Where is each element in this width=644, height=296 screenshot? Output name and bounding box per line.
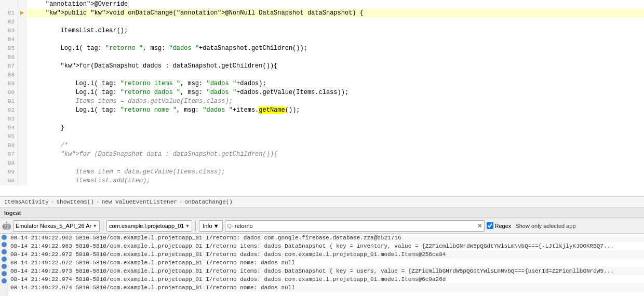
code-line: 87 "kw">for(DataSnapshot dados : dataSna… xyxy=(0,62,644,71)
line-number: 84 xyxy=(0,35,18,44)
log-line: 08-14 21:49:22.962 5810-5810/com.example… xyxy=(8,234,644,242)
line-number: 86 xyxy=(0,53,18,62)
line-number: 91 xyxy=(0,97,18,106)
line-number: 97 xyxy=(0,150,18,159)
clear-search-button[interactable]: × xyxy=(478,222,482,229)
log-line-text: 08-14 21:49:22.972 5810-5810/com.example… xyxy=(10,259,642,267)
code-line: 93 xyxy=(0,115,644,124)
line-content: "annotation">@Override xyxy=(26,0,644,9)
line-content: Items item = data.getValue(Items.class); xyxy=(26,168,644,177)
breadcrumb: ItemsActivity › showItems() › new ValueE… xyxy=(0,196,644,208)
line-indicator xyxy=(18,159,26,168)
regex-checkbox[interactable] xyxy=(487,222,493,229)
line-indicator xyxy=(18,132,26,141)
code-line: 92 Log.i( tag: "retorno nome ", msg: "da… xyxy=(0,106,644,115)
line-indicator xyxy=(18,124,26,132)
line-indicator xyxy=(18,35,26,44)
breadcrumb-item-1: ItemsActivity xyxy=(4,199,49,205)
line-number: 82 xyxy=(0,18,18,26)
line-indicator xyxy=(18,62,26,71)
code-line: "annotation">@Override xyxy=(0,0,644,9)
log-line-text: 08-14 21:49:22.974 5810-5810/com.example… xyxy=(10,275,642,284)
breadcrumb-item-2: showItems() xyxy=(56,199,94,205)
line-content: itemsList.clear(); xyxy=(26,26,644,35)
line-content: Log.i( tag: "retorno nome ", msg: "dados… xyxy=(26,106,644,115)
line-indicator xyxy=(18,141,26,150)
log-indicator-5 xyxy=(2,264,7,269)
line-content xyxy=(26,115,644,124)
code-line: 82 xyxy=(0,18,644,26)
code-line: 00 itemsList.add(item); xyxy=(0,177,644,185)
log-line: 08-14 21:49:22.974 5810-5810/com.example… xyxy=(8,275,644,284)
line-number: 98 xyxy=(0,159,18,168)
log-line: 08-14 21:49:22.974 5810-5810/com.example… xyxy=(8,284,644,292)
log-indicator-6 xyxy=(2,271,7,276)
line-content: "kw">for(DataSnapshot dados : dataSnapsh… xyxy=(26,62,644,71)
separator-2 xyxy=(195,221,196,231)
code-line: 89 Log.i( tag: "retorno items ", msg: "d… xyxy=(0,79,644,88)
breadcrumb-item-3: new ValueEventListener xyxy=(102,199,177,205)
logcat-output: 08-14 21:49:22.962 5810-5810/com.example… xyxy=(0,234,644,296)
code-line: 85 Log.i( tag: "retorno ", msg: "dados "… xyxy=(0,44,644,53)
line-number: 96 xyxy=(0,141,18,150)
logcat-panel: logcat 🤖 Emulator Nexus_5_API_26 Ar ▼ co… xyxy=(0,208,644,296)
line-indicator xyxy=(18,71,26,79)
breadcrumb-sep-2: › xyxy=(96,199,100,205)
line-indicator xyxy=(18,18,26,26)
line-content xyxy=(26,159,644,168)
code-line: 99 Items item = data.getValue(Items.clas… xyxy=(0,168,644,177)
line-indicator xyxy=(18,168,26,177)
code-line: 94 } xyxy=(0,124,644,132)
line-indicator xyxy=(18,106,26,115)
code-line: 91 Items items = dados.getValue(Items.cl… xyxy=(0,97,644,106)
line-content: } xyxy=(26,124,644,132)
line-indicator xyxy=(18,26,26,35)
line-content: Log.i( tag: "retorno ", msg: "dados "+da… xyxy=(26,44,644,53)
code-line: 98 xyxy=(0,159,644,168)
code-line: 81▶ "kw">public "kw">void onDataChange("… xyxy=(0,9,644,18)
log-line: 08-14 21:49:22.972 5810-5810/com.example… xyxy=(8,259,644,267)
breadcrumb-sep-1: › xyxy=(51,199,55,205)
line-content xyxy=(26,35,644,44)
log-level-selector[interactable]: Info ▼ xyxy=(199,220,222,232)
code-line: 95 xyxy=(0,132,644,141)
line-number: 93 xyxy=(0,115,18,124)
code-line: 96 /* xyxy=(0,141,644,150)
line-number: 00 xyxy=(0,177,18,185)
line-content xyxy=(26,71,644,79)
device-selector[interactable]: Emulator Nexus_5_API_26 Ar ▼ xyxy=(13,220,100,232)
line-content: Items items = dados.getValue(Items.class… xyxy=(26,97,644,106)
log-sidebar xyxy=(0,234,8,296)
package-selector[interactable]: com.example.l.projetoapp_01 ▼ xyxy=(106,220,192,232)
line-indicator: ▶ xyxy=(18,9,26,18)
line-content: "kw">public "kw">void onDataChange("anno… xyxy=(26,9,644,18)
log-line-text: 08-14 21:49:22.973 5810-5810/com.example… xyxy=(10,267,642,275)
breadcrumb-sep-3: › xyxy=(179,199,183,205)
level-dropdown-arrow: ▼ xyxy=(213,223,219,229)
search-icon: Q- xyxy=(227,223,234,229)
line-content: Log.i( tag: "retorno items ", msg: "dado… xyxy=(26,79,644,88)
code-line: 97 "kw">for (DataSnapshot data : dataSna… xyxy=(0,150,644,159)
log-line: 08-14 21:49:22.973 5810-5810/com.example… xyxy=(8,267,644,275)
line-content: /* xyxy=(26,141,644,150)
line-content: Log.i( tag: "retorno dados ", msg: "dado… xyxy=(26,88,644,97)
logcat-toolbar: 🤖 Emulator Nexus_5_API_26 Ar ▼ com.examp… xyxy=(0,218,644,234)
line-number: 81 xyxy=(0,9,18,18)
line-number xyxy=(0,0,18,9)
search-input[interactable] xyxy=(235,223,477,229)
code-line: 90 Log.i( tag: "retorno dados ", msg: "d… xyxy=(0,88,644,97)
package-dropdown-arrow: ▼ xyxy=(185,223,190,228)
code-line: 88 xyxy=(0,71,644,79)
line-indicator xyxy=(18,53,26,62)
log-indicator-7 xyxy=(2,278,7,284)
code-editor: "annotation">@Override81▶ "kw">public "k… xyxy=(0,0,644,196)
separator-1 xyxy=(103,221,103,231)
line-content: itemsList.add(item); xyxy=(26,177,644,185)
regex-checkbox-label[interactable]: Regex xyxy=(487,222,512,229)
android-icon: 🤖 xyxy=(2,221,11,230)
search-box[interactable]: Q- × xyxy=(225,220,485,232)
line-indicator xyxy=(18,177,26,185)
code-line: 86 xyxy=(0,53,644,62)
log-line-text: 08-14 21:49:22.963 5810-5810/com.example… xyxy=(10,242,642,250)
line-number: 92 xyxy=(0,106,18,115)
